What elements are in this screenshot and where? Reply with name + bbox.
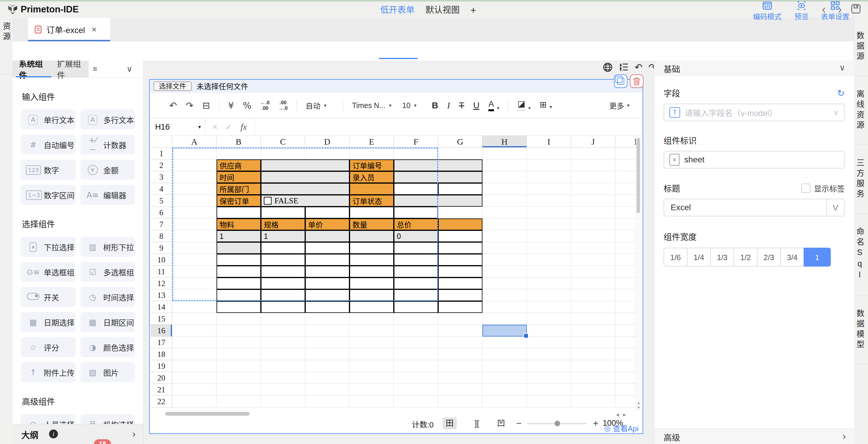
font-family-select[interactable]: Times N...▾ xyxy=(352,101,394,110)
cell-E6[interactable] xyxy=(349,207,394,218)
row-header-4[interactable]: 4 xyxy=(151,183,172,195)
cell-D7[interactable]: 单价 xyxy=(305,218,349,230)
cell-E12[interactable] xyxy=(349,277,394,289)
field-select-caret-icon[interactable]: ∨ xyxy=(833,108,839,117)
zoom-slider[interactable] xyxy=(527,423,586,424)
cell-C7[interactable]: 规格 xyxy=(261,218,305,230)
vertical-scrollbar-thumb[interactable] xyxy=(637,138,640,213)
width-option-1-4[interactable]: 1/4 xyxy=(687,248,711,267)
cell-D9[interactable] xyxy=(305,242,349,254)
border-button[interactable]: ⊞▾ xyxy=(539,101,552,110)
cell-D10[interactable] xyxy=(305,254,349,266)
component-item[interactable]: ☑多选框组 xyxy=(80,262,135,282)
cell-C11[interactable] xyxy=(261,266,305,277)
tab-default-view[interactable]: 默认视图 xyxy=(426,2,460,18)
fill-color-button[interactable]: ◪▾ xyxy=(517,100,531,111)
column-header-G[interactable]: G xyxy=(438,136,483,147)
caret-down-icon[interactable]: ▾ xyxy=(389,102,392,109)
component-item[interactable]: 123数字 xyxy=(21,160,75,180)
component-item[interactable]: ↑附件上传 xyxy=(21,362,75,382)
cell-E2[interactable]: 订单编号 xyxy=(349,160,394,171)
column-header-H[interactable]: H xyxy=(483,136,527,147)
grid-view-button[interactable]: 田 xyxy=(442,417,457,429)
cell-B13[interactable] xyxy=(217,289,261,301)
cell-F4[interactable] xyxy=(394,183,438,195)
widget-id-input[interactable]: x sheet xyxy=(663,151,845,169)
cell-C6[interactable] xyxy=(261,207,305,218)
row-header-11[interactable]: 11 xyxy=(151,266,172,277)
increase-decimal-icon[interactable]: .00→.0 xyxy=(278,100,287,111)
row-header-17[interactable]: 17 xyxy=(151,337,172,348)
sidebar-collapse-icon[interactable]: ∨ xyxy=(126,61,133,77)
split-view-button[interactable]: ][ xyxy=(470,417,484,429)
rail-item-3[interactable]: 命名Sql xyxy=(854,214,868,296)
cell-E11[interactable] xyxy=(349,266,394,277)
component-item[interactable]: A多行文本 xyxy=(80,109,135,130)
number-format-select[interactable]: 自动▾ xyxy=(306,100,334,111)
row-header-1[interactable]: 1 xyxy=(151,147,172,160)
view-api-link[interactable]: ◎ 查看Api xyxy=(604,423,639,433)
caret-down-icon[interactable]: ▾ xyxy=(497,105,500,111)
cell-F2[interactable] xyxy=(394,160,483,171)
doc-tab-order-excel[interactable]: 订单-excel × xyxy=(28,18,110,41)
cell-B3[interactable]: 时间 xyxy=(217,171,261,183)
row-header-20[interactable]: 20 xyxy=(151,372,172,384)
cell-B12[interactable] xyxy=(217,277,261,289)
row-header-2[interactable]: 2 xyxy=(151,160,172,171)
tab-lowcode-form[interactable]: 低开表单 xyxy=(380,2,414,18)
select-file-button[interactable]: 选择文件 xyxy=(153,81,192,91)
advanced-expand-icon[interactable]: › xyxy=(843,431,846,442)
cell-C12[interactable] xyxy=(261,277,305,289)
cell-G10[interactable] xyxy=(438,254,483,266)
decrease-decimal-icon[interactable]: ←.0.00 xyxy=(260,100,270,111)
cell-F11[interactable] xyxy=(394,266,438,277)
width-option-2-3[interactable]: 2/3 xyxy=(757,248,781,267)
doc-tab-close-icon[interactable]: × xyxy=(92,25,97,35)
zoom-slider-handle[interactable] xyxy=(555,421,560,426)
cell-G14[interactable] xyxy=(438,301,483,313)
cell-E7[interactable]: 数量 xyxy=(349,218,394,230)
rail-item-2[interactable]: 三方服务 xyxy=(854,145,868,214)
delete-component-button[interactable] xyxy=(630,74,644,88)
percent-format-icon[interactable]: % xyxy=(243,100,251,111)
row-header-19[interactable]: 19 xyxy=(151,360,172,372)
row-header-9[interactable]: 9 xyxy=(151,242,172,254)
cell-C3[interactable] xyxy=(261,171,349,183)
cell-E8[interactable] xyxy=(349,230,394,242)
cell-F13[interactable] xyxy=(394,289,438,301)
component-item[interactable]: #自动编号 xyxy=(21,135,75,155)
row-header-18[interactable]: 18 xyxy=(151,348,172,360)
cell-B4[interactable]: 所属部门 xyxy=(217,183,261,195)
vertical-scrollbar[interactable]: ▴▾ xyxy=(636,136,641,411)
component-item[interactable]: ¥金额 xyxy=(80,160,135,180)
advanced-section-header[interactable]: 高级 › xyxy=(654,429,854,444)
cell-G11[interactable] xyxy=(438,266,483,277)
row-header-21[interactable]: 21 xyxy=(151,384,172,396)
row-header-6[interactable]: 6 xyxy=(151,207,172,218)
component-item[interactable]: +⁄−计数器 xyxy=(80,135,135,155)
row-header-7[interactable]: 7 xyxy=(151,218,172,230)
cell-F3[interactable] xyxy=(394,171,483,183)
cell-G4[interactable] xyxy=(438,183,483,195)
false-checkbox[interactable] xyxy=(264,197,272,205)
cell-C5[interactable]: FALSE xyxy=(261,195,349,207)
spreadsheet[interactable]: ABCDEFGHIJK12345678910111213141516171819… xyxy=(151,136,636,408)
strikethrough-button[interactable]: T xyxy=(459,100,464,110)
redo-icon[interactable]: ↷ xyxy=(186,100,193,111)
font-color-button[interactable]: A▾ xyxy=(488,100,499,111)
column-header-J[interactable]: J xyxy=(571,136,615,147)
cell-G12[interactable] xyxy=(438,277,483,289)
underline-button[interactable]: U xyxy=(473,100,480,110)
variable-suffix-button[interactable]: V xyxy=(826,199,844,216)
cell-E4[interactable] xyxy=(349,183,394,195)
cell-B9[interactable] xyxy=(217,242,261,254)
outline-expand-icon[interactable]: › xyxy=(132,429,135,439)
width-option-1-6[interactable]: 1/6 xyxy=(663,248,687,267)
cell-D8[interactable] xyxy=(305,230,349,242)
cell-B5[interactable]: 保密订单 xyxy=(217,195,261,207)
bold-button[interactable]: B xyxy=(432,100,438,110)
column-header-B[interactable]: B xyxy=(217,136,261,147)
row-header-16[interactable]: 16 xyxy=(151,325,172,337)
column-header-F[interactable]: F xyxy=(394,136,438,147)
cell-F6[interactable] xyxy=(394,207,438,218)
